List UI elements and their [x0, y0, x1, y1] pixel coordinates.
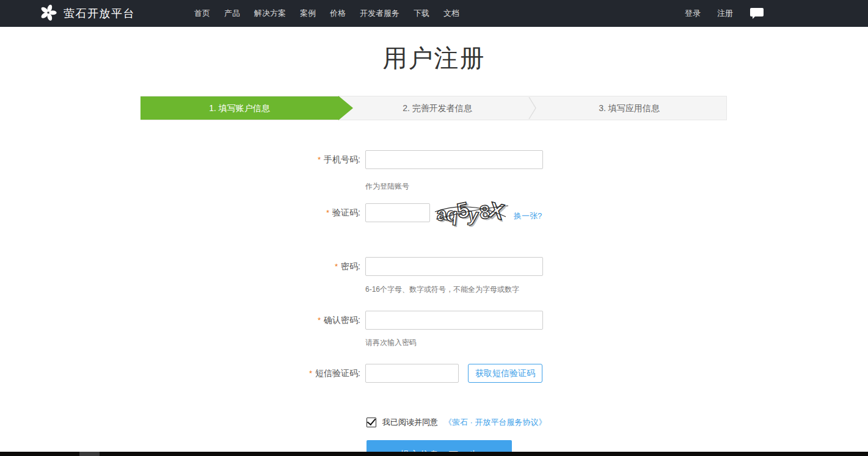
step-1-account-info: 1. 填写账户信息: [140, 96, 338, 120]
get-sms-code-button[interactable]: 获取短信验证码: [468, 364, 542, 383]
step-progress-bar: 1. 填写账户信息 2. 完善开发者信息 3. 填写应用信息: [140, 96, 727, 120]
phone-input[interactable]: [365, 150, 543, 169]
agreement-row: 我已阅读并同意 《萤石 · 开放平台服务协议》: [367, 417, 547, 428]
step-2-developer-info: 2. 完善开发者信息: [343, 96, 532, 120]
required-asterisk: *: [309, 369, 312, 378]
captcha-refresh-link[interactable]: 换一张?: [514, 211, 542, 222]
header-actions: 登录 注册: [685, 0, 764, 27]
required-asterisk: *: [326, 208, 329, 217]
sms-code-input[interactable]: [365, 364, 459, 383]
checkmark-icon: [367, 416, 376, 425]
login-link[interactable]: 登录: [685, 8, 701, 19]
required-asterisk: *: [318, 155, 321, 164]
phone-hint: 作为登陆账号: [365, 181, 409, 192]
nav-item-home[interactable]: 首页: [194, 8, 210, 19]
pinwheel-logo-icon: [39, 3, 57, 24]
nav-item-pricing[interactable]: 价格: [330, 8, 346, 19]
captcha-label: *验证码:: [226, 208, 360, 219]
captcha-input[interactable]: [365, 203, 430, 222]
top-navbar: 萤石开放平台 首页 产品 解决方案 案例 价格 开发者服务 下载 文档 登录 注…: [0, 0, 868, 27]
register-link[interactable]: 注册: [717, 8, 733, 19]
phone-label: *手机号码:: [226, 154, 360, 165]
service-agreement-link[interactable]: 《萤石 · 开放平台服务协议》: [444, 417, 547, 428]
captcha-image: aq5y8X: [434, 198, 511, 228]
brand-name: 萤石开放平台: [64, 6, 135, 21]
page-title: 用户注册: [0, 42, 868, 75]
required-asterisk: *: [318, 316, 321, 325]
nav-item-solutions[interactable]: 解决方案: [254, 8, 286, 19]
bottom-edge-segment: [79, 452, 100, 456]
nav-item-cases[interactable]: 案例: [300, 8, 316, 19]
agreement-checkbox[interactable]: [367, 418, 376, 427]
step-3-app-info: 3. 填写应用信息: [532, 96, 726, 120]
agreement-text: 我已阅读并同意: [382, 417, 438, 428]
confirm-password-hint: 请再次输入密码: [365, 338, 417, 348]
password-input[interactable]: [365, 257, 543, 276]
captcha-distortion-lines: [434, 198, 511, 230]
nav-item-docs[interactable]: 文档: [443, 8, 459, 19]
confirm-password-input[interactable]: [365, 311, 543, 330]
password-hint: 6-16个字母、数字或符号，不能全为字母或数字: [365, 284, 519, 295]
nav-item-products[interactable]: 产品: [224, 8, 240, 19]
brand-logo[interactable]: 萤石开放平台: [39, 0, 135, 27]
password-label: *密码:: [226, 261, 360, 272]
bottom-screen-edge: [0, 452, 868, 456]
step-separator-chevron: [528, 96, 537, 122]
required-asterisk: *: [335, 262, 338, 271]
registration-page: 萤石开放平台 首页 产品 解决方案 案例 价格 开发者服务 下载 文档 登录 注…: [0, 0, 868, 456]
nav-item-downloads[interactable]: 下载: [414, 8, 429, 19]
nav-item-developer-services[interactable]: 开发者服务: [360, 8, 399, 19]
confirm-password-label: *确认密码:: [226, 315, 360, 326]
main-nav: 首页 产品 解决方案 案例 价格 开发者服务 下载 文档: [194, 0, 459, 27]
chat-bubble-icon[interactable]: [749, 7, 764, 20]
sms-code-label: *短信验证码:: [226, 368, 360, 379]
step-1-arrow: [338, 96, 353, 120]
